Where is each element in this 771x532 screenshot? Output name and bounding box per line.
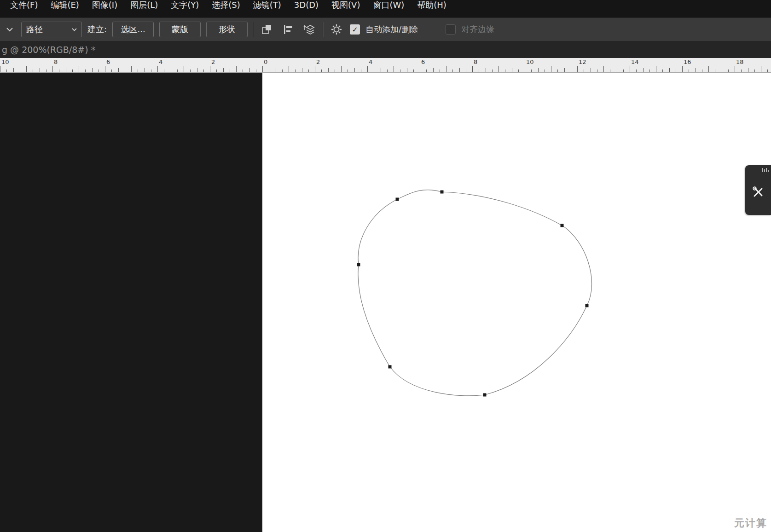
ruler-tick [289, 66, 289, 72]
menu-3d[interactable]: 3D(D) [288, 0, 325, 10]
make-selection-button[interactable]: 选区... [112, 22, 154, 37]
tools-panel-button[interactable] [750, 184, 766, 200]
ruler-tick [99, 69, 99, 72]
ruler-tick [33, 69, 33, 72]
ruler-tick [92, 68, 93, 72]
ruler-tick [157, 66, 158, 72]
ruler-label: 10 [526, 58, 534, 65]
ruler-tick [682, 66, 683, 72]
ruler-tick [486, 68, 486, 72]
menu-file[interactable]: 文件(F) [4, 0, 44, 10]
chevron-down-icon [72, 28, 77, 31]
ruler-tick [361, 69, 361, 72]
canvas-area[interactable]: 元计算 [0, 73, 771, 532]
ruler[interactable]: 108642024681012141618 [0, 58, 771, 73]
menu-layer[interactable]: 图层(L) [124, 0, 164, 10]
ruler-label: 18 [736, 58, 744, 65]
ruler-tick [223, 68, 224, 72]
pen-options-gear-button[interactable] [329, 22, 344, 37]
ruler-tick [0, 66, 0, 72]
ruler-tick [446, 66, 446, 72]
auto-add-delete-checkbox[interactable]: ✓ [350, 24, 360, 35]
ruler-tick [118, 68, 119, 72]
ruler-tick [689, 69, 689, 72]
ruler-tick [643, 68, 643, 72]
ruler-tick [354, 68, 355, 72]
ruler-tick [216, 69, 217, 72]
ruler-label: 8 [54, 58, 58, 65]
ruler-tick [79, 66, 79, 72]
ruler-tick [210, 66, 210, 72]
make-shape-button[interactable]: 形状 [206, 22, 248, 37]
make-mask-button[interactable]: 蒙版 [159, 22, 201, 37]
menu-type[interactable]: 文字(Y) [164, 0, 205, 10]
path-arrangement-button[interactable] [301, 22, 317, 37]
ruler-label: 8 [474, 58, 477, 65]
document-title[interactable]: g @ 200%(RGB/8#) * [2, 45, 95, 55]
ruler-label: 16 [684, 58, 691, 65]
ruler-tick [472, 66, 473, 72]
ruler-tick [59, 69, 59, 72]
options-bar: 路径 建立: 选区... 蒙版 形状 [0, 17, 771, 41]
ruler-tick [131, 66, 132, 72]
path-mode-dropdown[interactable]: 路径 [21, 22, 82, 37]
menu-edit[interactable]: 编辑(E) [44, 0, 85, 10]
ruler-tick [197, 68, 197, 72]
menu-window[interactable]: 窗口(W) [366, 0, 411, 10]
ruler-tick [367, 66, 368, 72]
ruler-tick [577, 66, 578, 72]
menu-view[interactable]: 视图(V) [325, 0, 366, 10]
ruler-tick [46, 69, 46, 72]
ruler-tick [748, 68, 748, 72]
ruler-tick [145, 68, 145, 72]
ruler-tick [531, 69, 532, 72]
ruler-tick [394, 66, 394, 72]
ruler-tick [636, 69, 637, 72]
ruler-tick [315, 66, 315, 72]
ruler-tick [551, 66, 551, 72]
ruler-label: 14 [631, 58, 639, 65]
ruler-tick [754, 69, 755, 72]
ruler-tick [256, 69, 256, 72]
ruler-tick [617, 68, 617, 72]
wrench-tools-icon [752, 185, 765, 198]
path-operations-button[interactable] [259, 22, 275, 37]
ruler-tick [440, 69, 440, 72]
ruler-tick [341, 66, 342, 72]
menu-help[interactable]: 帮助(H) [411, 0, 453, 10]
ruler-tick [715, 69, 715, 72]
ruler-tick [20, 69, 20, 72]
ruler-tick [571, 69, 571, 72]
ruler-tick [512, 68, 512, 72]
ruler-tick [459, 68, 460, 72]
menu-filter[interactable]: 滤镜(T) [247, 0, 288, 10]
ruler-tick [381, 68, 381, 72]
path-alignment-button[interactable] [280, 22, 296, 37]
ruler-tick [597, 69, 597, 72]
menu-image[interactable]: 图像(I) [86, 0, 124, 10]
ruler-tick [433, 68, 434, 72]
combine-shapes-icon [261, 23, 273, 35]
chevron-down-icon [6, 28, 13, 32]
ruler-tick [190, 69, 191, 72]
ruler-tick [243, 69, 243, 72]
gear-icon [330, 23, 342, 35]
ruler-label: 0 [264, 58, 267, 65]
ruler-tick [125, 69, 125, 72]
ruler-tick [420, 66, 420, 72]
ruler-tick [538, 68, 539, 72]
ruler-tick [308, 69, 309, 72]
ruler-tick [696, 68, 696, 72]
document-canvas[interactable] [262, 73, 771, 532]
menu-select[interactable]: 选择(S) [205, 0, 246, 10]
ruler-tick [72, 69, 73, 72]
ruler-tick [302, 68, 302, 72]
align-edges-checkbox[interactable] [446, 24, 456, 35]
collapsed-panel-dock[interactable] [745, 165, 771, 215]
ruler-label: 6 [421, 58, 425, 65]
tool-preset-chevron[interactable] [4, 28, 16, 32]
ruler-tick [249, 68, 250, 72]
mini-panel-icon [762, 168, 769, 172]
ruler-label: 4 [369, 58, 372, 65]
path-mode-value: 路径 [26, 24, 43, 35]
